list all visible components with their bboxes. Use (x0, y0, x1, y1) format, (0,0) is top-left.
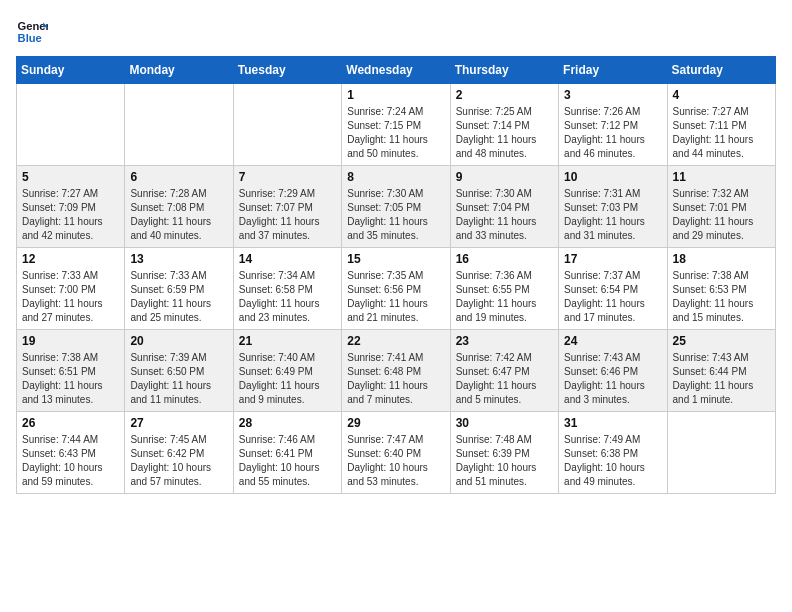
day-info: Sunrise: 7:42 AM Sunset: 6:47 PM Dayligh… (456, 351, 553, 407)
day-number: 6 (130, 170, 227, 184)
day-number: 30 (456, 416, 553, 430)
logo: General Blue (16, 16, 48, 48)
calendar-cell: 18Sunrise: 7:38 AM Sunset: 6:53 PM Dayli… (667, 248, 775, 330)
day-info: Sunrise: 7:30 AM Sunset: 7:04 PM Dayligh… (456, 187, 553, 243)
day-info: Sunrise: 7:33 AM Sunset: 7:00 PM Dayligh… (22, 269, 119, 325)
calendar-cell: 12Sunrise: 7:33 AM Sunset: 7:00 PM Dayli… (17, 248, 125, 330)
logo-icon: General Blue (16, 16, 48, 48)
day-info: Sunrise: 7:37 AM Sunset: 6:54 PM Dayligh… (564, 269, 661, 325)
day-number: 25 (673, 334, 770, 348)
day-info: Sunrise: 7:43 AM Sunset: 6:44 PM Dayligh… (673, 351, 770, 407)
day-info: Sunrise: 7:36 AM Sunset: 6:55 PM Dayligh… (456, 269, 553, 325)
calendar-cell: 9Sunrise: 7:30 AM Sunset: 7:04 PM Daylig… (450, 166, 558, 248)
day-info: Sunrise: 7:34 AM Sunset: 6:58 PM Dayligh… (239, 269, 336, 325)
calendar-cell: 28Sunrise: 7:46 AM Sunset: 6:41 PM Dayli… (233, 412, 341, 494)
calendar-cell: 26Sunrise: 7:44 AM Sunset: 6:43 PM Dayli… (17, 412, 125, 494)
day-number: 16 (456, 252, 553, 266)
calendar-cell: 23Sunrise: 7:42 AM Sunset: 6:47 PM Dayli… (450, 330, 558, 412)
day-info: Sunrise: 7:26 AM Sunset: 7:12 PM Dayligh… (564, 105, 661, 161)
day-info: Sunrise: 7:38 AM Sunset: 6:53 PM Dayligh… (673, 269, 770, 325)
day-number: 24 (564, 334, 661, 348)
day-info: Sunrise: 7:30 AM Sunset: 7:05 PM Dayligh… (347, 187, 444, 243)
day-number: 12 (22, 252, 119, 266)
day-number: 29 (347, 416, 444, 430)
weekday-sunday: Sunday (17, 57, 125, 84)
day-number: 13 (130, 252, 227, 266)
calendar-cell: 3Sunrise: 7:26 AM Sunset: 7:12 PM Daylig… (559, 84, 667, 166)
calendar-cell: 4Sunrise: 7:27 AM Sunset: 7:11 PM Daylig… (667, 84, 775, 166)
day-number: 5 (22, 170, 119, 184)
day-number: 10 (564, 170, 661, 184)
day-number: 15 (347, 252, 444, 266)
day-info: Sunrise: 7:46 AM Sunset: 6:41 PM Dayligh… (239, 433, 336, 489)
day-info: Sunrise: 7:44 AM Sunset: 6:43 PM Dayligh… (22, 433, 119, 489)
day-info: Sunrise: 7:49 AM Sunset: 6:38 PM Dayligh… (564, 433, 661, 489)
day-number: 22 (347, 334, 444, 348)
day-info: Sunrise: 7:35 AM Sunset: 6:56 PM Dayligh… (347, 269, 444, 325)
day-number: 8 (347, 170, 444, 184)
calendar-cell: 24Sunrise: 7:43 AM Sunset: 6:46 PM Dayli… (559, 330, 667, 412)
day-info: Sunrise: 7:28 AM Sunset: 7:08 PM Dayligh… (130, 187, 227, 243)
weekday-tuesday: Tuesday (233, 57, 341, 84)
day-info: Sunrise: 7:25 AM Sunset: 7:14 PM Dayligh… (456, 105, 553, 161)
calendar-cell: 29Sunrise: 7:47 AM Sunset: 6:40 PM Dayli… (342, 412, 450, 494)
calendar-cell: 25Sunrise: 7:43 AM Sunset: 6:44 PM Dayli… (667, 330, 775, 412)
day-number: 14 (239, 252, 336, 266)
calendar-cell: 1Sunrise: 7:24 AM Sunset: 7:15 PM Daylig… (342, 84, 450, 166)
calendar-week-3: 12Sunrise: 7:33 AM Sunset: 7:00 PM Dayli… (17, 248, 776, 330)
calendar-cell: 10Sunrise: 7:31 AM Sunset: 7:03 PM Dayli… (559, 166, 667, 248)
day-info: Sunrise: 7:32 AM Sunset: 7:01 PM Dayligh… (673, 187, 770, 243)
calendar-table: SundayMondayTuesdayWednesdayThursdayFrid… (16, 56, 776, 494)
day-info: Sunrise: 7:40 AM Sunset: 6:49 PM Dayligh… (239, 351, 336, 407)
calendar-cell: 7Sunrise: 7:29 AM Sunset: 7:07 PM Daylig… (233, 166, 341, 248)
day-number: 20 (130, 334, 227, 348)
calendar-cell (233, 84, 341, 166)
day-info: Sunrise: 7:47 AM Sunset: 6:40 PM Dayligh… (347, 433, 444, 489)
day-number: 19 (22, 334, 119, 348)
day-number: 7 (239, 170, 336, 184)
day-number: 31 (564, 416, 661, 430)
day-info: Sunrise: 7:27 AM Sunset: 7:09 PM Dayligh… (22, 187, 119, 243)
day-info: Sunrise: 7:43 AM Sunset: 6:46 PM Dayligh… (564, 351, 661, 407)
calendar-cell: 11Sunrise: 7:32 AM Sunset: 7:01 PM Dayli… (667, 166, 775, 248)
calendar-cell: 19Sunrise: 7:38 AM Sunset: 6:51 PM Dayli… (17, 330, 125, 412)
weekday-saturday: Saturday (667, 57, 775, 84)
calendar-cell: 5Sunrise: 7:27 AM Sunset: 7:09 PM Daylig… (17, 166, 125, 248)
day-info: Sunrise: 7:48 AM Sunset: 6:39 PM Dayligh… (456, 433, 553, 489)
calendar-cell: 14Sunrise: 7:34 AM Sunset: 6:58 PM Dayli… (233, 248, 341, 330)
day-number: 17 (564, 252, 661, 266)
day-number: 4 (673, 88, 770, 102)
day-number: 21 (239, 334, 336, 348)
day-info: Sunrise: 7:45 AM Sunset: 6:42 PM Dayligh… (130, 433, 227, 489)
calendar-cell (667, 412, 775, 494)
calendar-week-2: 5Sunrise: 7:27 AM Sunset: 7:09 PM Daylig… (17, 166, 776, 248)
day-number: 27 (130, 416, 227, 430)
day-number: 9 (456, 170, 553, 184)
weekday-friday: Friday (559, 57, 667, 84)
weekday-wednesday: Wednesday (342, 57, 450, 84)
page-header: General Blue (16, 16, 776, 48)
weekday-thursday: Thursday (450, 57, 558, 84)
day-info: Sunrise: 7:33 AM Sunset: 6:59 PM Dayligh… (130, 269, 227, 325)
day-info: Sunrise: 7:41 AM Sunset: 6:48 PM Dayligh… (347, 351, 444, 407)
calendar-body: 1Sunrise: 7:24 AM Sunset: 7:15 PM Daylig… (17, 84, 776, 494)
day-info: Sunrise: 7:31 AM Sunset: 7:03 PM Dayligh… (564, 187, 661, 243)
calendar-cell: 6Sunrise: 7:28 AM Sunset: 7:08 PM Daylig… (125, 166, 233, 248)
calendar-cell: 22Sunrise: 7:41 AM Sunset: 6:48 PM Dayli… (342, 330, 450, 412)
calendar-week-5: 26Sunrise: 7:44 AM Sunset: 6:43 PM Dayli… (17, 412, 776, 494)
calendar-week-4: 19Sunrise: 7:38 AM Sunset: 6:51 PM Dayli… (17, 330, 776, 412)
day-number: 28 (239, 416, 336, 430)
day-number: 1 (347, 88, 444, 102)
day-info: Sunrise: 7:24 AM Sunset: 7:15 PM Dayligh… (347, 105, 444, 161)
calendar-cell: 30Sunrise: 7:48 AM Sunset: 6:39 PM Dayli… (450, 412, 558, 494)
calendar-cell: 13Sunrise: 7:33 AM Sunset: 6:59 PM Dayli… (125, 248, 233, 330)
calendar-cell: 27Sunrise: 7:45 AM Sunset: 6:42 PM Dayli… (125, 412, 233, 494)
day-number: 26 (22, 416, 119, 430)
day-number: 11 (673, 170, 770, 184)
day-info: Sunrise: 7:27 AM Sunset: 7:11 PM Dayligh… (673, 105, 770, 161)
calendar-cell: 20Sunrise: 7:39 AM Sunset: 6:50 PM Dayli… (125, 330, 233, 412)
calendar-cell: 2Sunrise: 7:25 AM Sunset: 7:14 PM Daylig… (450, 84, 558, 166)
calendar-cell (17, 84, 125, 166)
day-info: Sunrise: 7:38 AM Sunset: 6:51 PM Dayligh… (22, 351, 119, 407)
day-info: Sunrise: 7:29 AM Sunset: 7:07 PM Dayligh… (239, 187, 336, 243)
